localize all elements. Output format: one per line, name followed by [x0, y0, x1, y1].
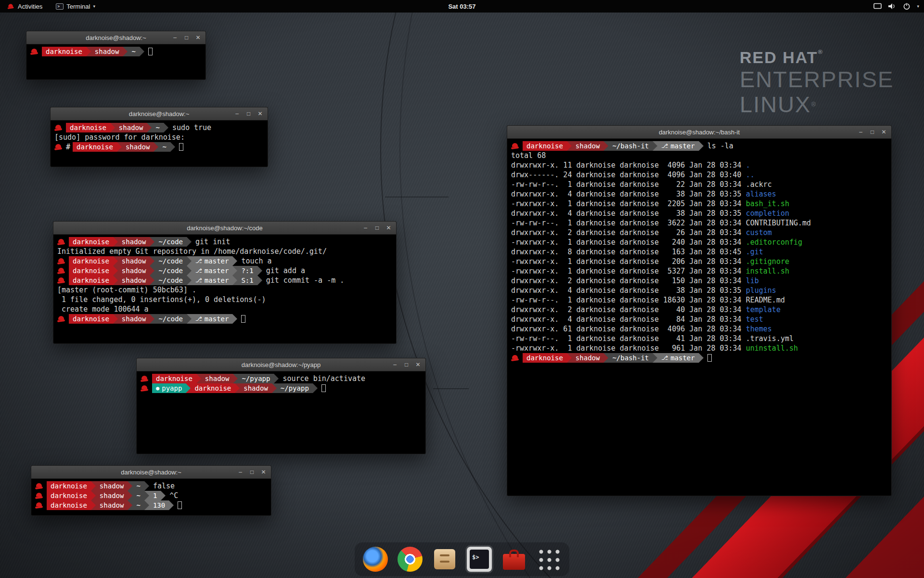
close-button[interactable]: ✕ — [385, 224, 392, 232]
close-button[interactable]: ✕ — [194, 34, 202, 41]
file-name: plugins — [746, 286, 776, 295]
redhat-prompt-icon — [35, 492, 43, 499]
prompt-segment-branch: ⎇master — [657, 353, 698, 363]
maximize-button[interactable]: □ — [248, 469, 256, 476]
terminal-content[interactable]: darknoiseshadow~/pyappsource bin/activat… — [137, 371, 425, 454]
maximize-button[interactable]: □ — [183, 34, 190, 41]
top-bar: Activities Terminal ▾ Sat 03:57 ▾ — [0, 0, 924, 13]
terminal-line: Initialized empty Git repository in /hom… — [57, 247, 392, 256]
command-text: source bin/activate — [279, 374, 365, 383]
app-grid-dock-icon[interactable] — [535, 545, 563, 573]
terminal-cursor — [241, 315, 245, 323]
terminal-content[interactable]: darknoiseshadow~falsedarknoiseshadow~1^C… — [31, 479, 271, 515]
terminal-line: drwxrwxr-x. 2 darknoise darknoise 26 Jan… — [511, 228, 887, 237]
terminal-line: darknoiseshadow~/code⎇master — [57, 314, 392, 324]
powerline-arrow-icon — [150, 237, 154, 247]
display-icon[interactable] — [873, 3, 882, 10]
minimize-button[interactable]: – — [233, 110, 241, 118]
chevron-down-icon[interactable]: ▾ — [917, 4, 919, 9]
powerline-arrow-icon — [150, 314, 154, 324]
terminal-line: drwxrwxr-x. 4 darknoise darknoise 84 Jan… — [511, 315, 887, 324]
redhat-prompt-icon — [141, 375, 149, 382]
terminal-content[interactable]: darknoiseshadow~/codegit initInitialized… — [53, 235, 396, 343]
terminal-content[interactable]: darknoiseshadow~sudo true[sudo] password… — [51, 120, 268, 167]
powerline-arrow-icon — [233, 374, 238, 383]
file-name: uninstall.sh — [746, 344, 798, 353]
window-titlebar[interactable]: darknoise@shadow:~/code – □ ✕ — [53, 222, 396, 235]
close-button[interactable]: ✕ — [880, 129, 887, 136]
file-name: .. — [746, 171, 755, 179]
powerline-arrow-icon — [150, 256, 154, 266]
window-titlebar[interactable]: darknoise@shadow:~ – □ ✕ — [26, 31, 205, 44]
maximize-button[interactable]: □ — [245, 110, 252, 118]
prompt-segment-user: darknoise — [152, 374, 196, 383]
terminal-line: drwxrwxr-x. 61 darknoise darknoise 4096 … — [511, 324, 887, 334]
prompt-segment-path: ~/pyapp — [277, 383, 313, 393]
window-title: darknoise@shadow:~/code — [187, 224, 262, 232]
files-dock-icon[interactable] — [431, 545, 459, 573]
prompt-segment-user: darknoise — [523, 353, 567, 363]
terminal-content[interactable]: darknoiseshadow~/bash-it⎇masterls -latot… — [507, 139, 891, 496]
redhat-prompt-icon — [57, 315, 65, 323]
firefox-icon — [363, 547, 388, 572]
maximize-button[interactable]: □ — [403, 361, 410, 368]
terminal-dock-icon[interactable] — [465, 545, 493, 573]
powerline-arrow-icon — [653, 353, 657, 363]
powerline-arrow-icon — [150, 276, 154, 285]
powerline-arrow-icon — [257, 276, 262, 285]
volume-icon[interactable] — [888, 3, 897, 10]
powerline-arrow-icon — [187, 314, 192, 324]
window-titlebar[interactable]: darknoise@shadow:~/bash-it – □ ✕ — [507, 126, 891, 139]
clock[interactable]: Sat 03:57 — [448, 3, 475, 10]
powerline-arrow-icon — [603, 353, 608, 363]
prompt-segment-user: darknoise — [66, 123, 110, 132]
power-icon[interactable] — [903, 2, 911, 10]
prompt-segment-path: ~ — [132, 481, 144, 491]
file-name: .editorconfig — [746, 238, 802, 247]
window-titlebar[interactable]: darknoise@shadow:~ – □ ✕ — [51, 107, 268, 120]
terminal-line: drwxrwxr-x. 2 darknoise darknoise 40 Jan… — [511, 305, 887, 315]
maximize-button[interactable]: □ — [869, 129, 876, 136]
prompt-segment-path: ~/code — [154, 314, 187, 324]
powerline-arrow-icon — [161, 491, 166, 500]
redhat-prompt-icon — [35, 502, 43, 509]
terminal-line: -rwxrwxr-x. 1 darknoise darknoise 961 Ja… — [511, 343, 887, 353]
file-name: README.md — [746, 296, 785, 304]
terminal-cursor — [707, 354, 712, 362]
chrome-dock-icon[interactable] — [396, 545, 424, 573]
maximize-button[interactable]: □ — [373, 224, 381, 232]
toolbox-dock-icon[interactable] — [500, 545, 528, 573]
window-titlebar[interactable]: darknoise@shadow:~ – □ ✕ — [31, 466, 271, 479]
app-menu-terminal[interactable]: Terminal ▾ — [54, 0, 97, 13]
branch-icon: ⎇ — [195, 276, 202, 285]
minimize-button[interactable]: – — [237, 469, 244, 476]
window-titlebar[interactable]: darknoise@shadow:~/pyapp – □ ✕ — [137, 358, 425, 371]
close-button[interactable]: ✕ — [260, 469, 267, 476]
terminal-content[interactable]: darknoiseshadow~ — [26, 44, 205, 79]
file-name: .gitignore — [746, 257, 789, 266]
minimize-button[interactable]: – — [391, 361, 398, 368]
toolbox-icon — [501, 547, 526, 572]
terminal-line: darknoiseshadow~/code⎇mastertouch a — [57, 256, 392, 266]
prompt-segment-branch: ⎇master — [192, 276, 232, 285]
terminal-app-icon — [56, 3, 64, 10]
powerline-arrow-icon — [272, 383, 277, 393]
terminal-line: darknoiseshadow~/bash-it⎇masterls -la — [511, 141, 887, 151]
powerline-arrow-icon — [653, 141, 657, 151]
prompt-segment-user: darknoise — [47, 500, 91, 510]
command-text: sudo true — [168, 123, 211, 132]
minimize-button[interactable]: – — [171, 34, 179, 41]
command-text: git add a — [262, 266, 305, 276]
terminal-line: [master (root-commit) 50bcb63] . — [57, 285, 392, 295]
firefox-dock-icon[interactable] — [361, 545, 389, 573]
prompt-segment-host: shadow — [122, 142, 154, 152]
prompt-segment-path: ~ — [152, 123, 163, 132]
redhat-prompt-icon — [511, 355, 519, 362]
close-button[interactable]: ✕ — [257, 110, 264, 118]
minimize-button[interactable]: – — [857, 129, 864, 136]
terminal-window-sudo: darknoise@shadow:~ – □ ✕ darknoiseshadow… — [50, 107, 268, 167]
close-button[interactable]: ✕ — [414, 361, 422, 368]
activities-button[interactable]: Activities — [5, 0, 44, 13]
minimize-button[interactable]: – — [362, 224, 369, 232]
prompt-segment-path: ~/code — [154, 276, 187, 285]
